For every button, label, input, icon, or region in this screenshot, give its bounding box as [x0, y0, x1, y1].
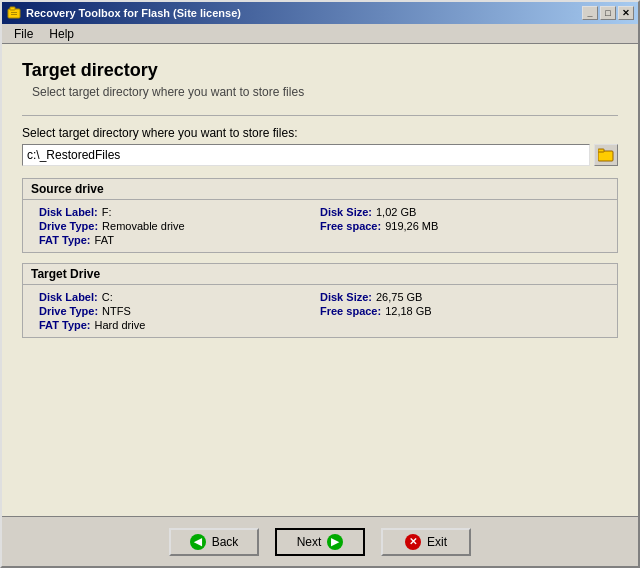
source-drive-box: Source drive Disk Label: F: Disk Size: 1… [22, 178, 618, 253]
source-drive-title: Source drive [23, 179, 617, 200]
source-drive-type-val: Removable drive [102, 220, 185, 232]
browse-button[interactable] [594, 144, 618, 166]
menu-help[interactable]: Help [41, 25, 82, 43]
target-free-space-key: Free space: [320, 305, 381, 317]
source-drive-content: Disk Label: F: Disk Size: 1,02 GB Drive … [23, 200, 617, 252]
folder-icon [598, 148, 614, 162]
menubar: File Help [2, 24, 638, 44]
target-drive-type-field: Drive Type: NTFS [39, 305, 320, 317]
target-free-space-field: Free space: 12,18 GB [320, 305, 601, 317]
main-window: Recovery Toolbox for Flash (Site license… [0, 0, 640, 568]
next-icon: ▶ [327, 534, 343, 550]
bottom-bar: ◀ Back Next ▶ ✕ Exit [2, 516, 638, 566]
back-icon: ◀ [190, 534, 206, 550]
close-button[interactable]: ✕ [618, 6, 634, 20]
target-drive-box: Target Drive Disk Label: C: Disk Size: 2… [22, 263, 618, 338]
source-disk-label-key: Disk Label: [39, 206, 98, 218]
titlebar: Recovery Toolbox for Flash (Site license… [2, 2, 638, 24]
source-disk-size-val: 1,02 GB [376, 206, 416, 218]
next-label: Next [297, 535, 322, 549]
target-drive-type-val: NTFS [102, 305, 131, 317]
target-fat-type-val: Hard drive [95, 319, 146, 331]
directory-row [22, 144, 618, 166]
target-drive-type-key: Drive Type: [39, 305, 98, 317]
svg-rect-1 [10, 7, 15, 10]
app-icon [6, 5, 22, 21]
source-disk-size-key: Disk Size: [320, 206, 372, 218]
target-free-space-val: 12,18 GB [385, 305, 431, 317]
page-subtitle: Select target directory where you want t… [22, 85, 618, 99]
window-title: Recovery Toolbox for Flash (Site license… [26, 7, 582, 19]
target-disk-label-key: Disk Label: [39, 291, 98, 303]
back-label: Back [212, 535, 239, 549]
source-disk-label-val: F: [102, 206, 112, 218]
exit-button[interactable]: ✕ Exit [381, 528, 471, 556]
page-title: Target directory [22, 60, 618, 81]
svg-rect-3 [11, 14, 17, 15]
page-header: Target directory Select target directory… [22, 60, 618, 99]
source-fat-type-field: FAT Type: FAT [39, 234, 320, 246]
maximize-button[interactable]: □ [600, 6, 616, 20]
source-free-space-key: Free space: [320, 220, 381, 232]
target-disk-label-field: Disk Label: C: [39, 291, 320, 303]
next-button[interactable]: Next ▶ [275, 528, 365, 556]
menu-file[interactable]: File [6, 25, 41, 43]
content-area: Target directory Select target directory… [2, 44, 638, 516]
target-disk-size-val: 26,75 GB [376, 291, 422, 303]
source-disk-label-field: Disk Label: F: [39, 206, 320, 218]
svg-rect-2 [11, 12, 17, 13]
source-disk-size-field: Disk Size: 1,02 GB [320, 206, 601, 218]
content-spacer [22, 348, 618, 506]
target-fat-type-field: FAT Type: Hard drive [39, 319, 320, 331]
target-drive-content: Disk Label: C: Disk Size: 26,75 GB Drive… [23, 285, 617, 337]
directory-input[interactable] [22, 144, 590, 166]
target-disk-size-field: Disk Size: 26,75 GB [320, 291, 601, 303]
source-free-space-field: Free space: 919,26 MB [320, 220, 601, 232]
header-separator [22, 115, 618, 116]
form-label: Select target directory where you want t… [22, 126, 618, 140]
source-fat-type-key: FAT Type: [39, 234, 91, 246]
source-fat-type-val: FAT [95, 234, 114, 246]
back-button[interactable]: ◀ Back [169, 528, 259, 556]
target-drive-title: Target Drive [23, 264, 617, 285]
window-controls: _ □ ✕ [582, 6, 634, 20]
minimize-button[interactable]: _ [582, 6, 598, 20]
exit-label: Exit [427, 535, 447, 549]
exit-icon: ✕ [405, 534, 421, 550]
svg-rect-5 [598, 149, 604, 152]
source-free-space-val: 919,26 MB [385, 220, 438, 232]
target-disk-size-key: Disk Size: [320, 291, 372, 303]
target-fat-type-key: FAT Type: [39, 319, 91, 331]
source-drive-type-field: Drive Type: Removable drive [39, 220, 320, 232]
target-disk-label-val: C: [102, 291, 113, 303]
source-drive-type-key: Drive Type: [39, 220, 98, 232]
